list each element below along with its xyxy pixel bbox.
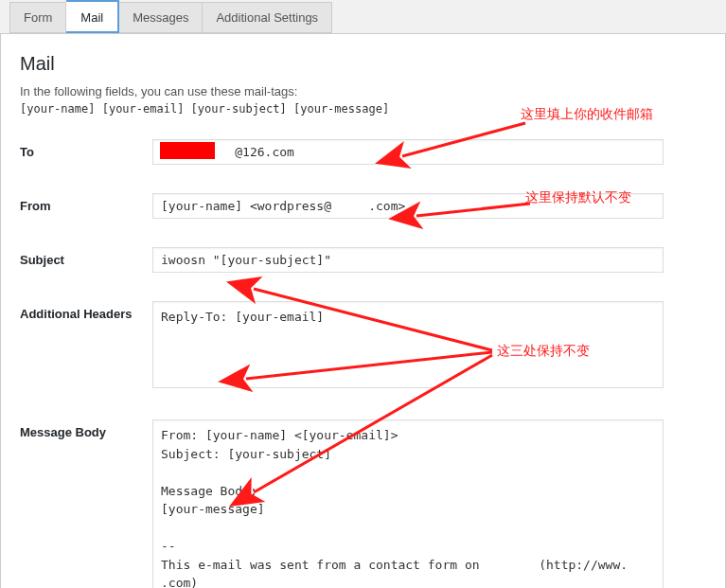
row-headers: Additional Headers [20,301,706,391]
input-subject[interactable] [152,247,664,273]
tabs-bar: Form Mail Messages Additional Settings [0,0,726,33]
tab-messages[interactable]: Messages [119,2,203,33]
row-to: To [20,139,706,165]
row-body: Message Body [20,419,706,588]
input-from[interactable] [152,193,664,219]
row-subject: Subject [20,247,706,273]
input-to[interactable] [152,139,664,165]
label-to: To [20,139,152,159]
row-from: From [20,193,706,219]
label-subject: Subject [20,247,152,267]
mail-tags-list: [your-name] [your-email] [your-subject] … [20,102,706,116]
mail-panel: Mail In the following fields, you can us… [0,33,726,588]
redaction-to [160,142,215,159]
panel-heading: Mail [20,53,706,75]
input-headers[interactable] [152,301,664,388]
label-from: From [20,193,152,213]
tab-form[interactable]: Form [9,2,66,33]
intro-text: In the following fields, you can use the… [20,84,706,98]
input-body[interactable] [152,419,664,588]
tab-mail[interactable]: Mail [66,0,119,33]
label-body: Message Body [20,419,152,439]
tab-additional-settings[interactable]: Additional Settings [203,2,332,33]
label-headers: Additional Headers [20,301,152,321]
